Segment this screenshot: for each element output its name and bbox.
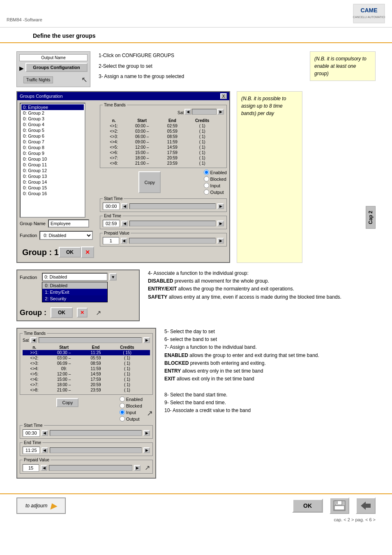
list-item[interactable]: 0: Group 10 xyxy=(21,156,84,162)
dialog-titlebar: Groups Configuration X xyxy=(17,92,229,100)
ok-big-button[interactable]: OK xyxy=(292,499,323,513)
sat2-scroll-track xyxy=(39,337,142,343)
blocked2-radio-label[interactable]: Blocked xyxy=(120,403,143,408)
table-row[interactable]: <>2:03:00 –05:59( 1) xyxy=(23,355,150,361)
output2-radio[interactable] xyxy=(120,416,125,421)
enabled-radio[interactable] xyxy=(204,170,209,175)
list-item[interactable]: 0: Group 9 xyxy=(21,150,84,156)
blocked-radio-label[interactable]: Blocked xyxy=(204,176,227,182)
config-groups-button[interactable]: Groups Configuration xyxy=(25,63,88,72)
config-screenshot: Output Name ▶ Groups Configuration Traff… xyxy=(16,51,90,87)
copy-button[interactable]: Copy xyxy=(138,171,161,193)
prepaid2-dec[interactable]: ◀ xyxy=(41,465,47,471)
group-name-input[interactable] xyxy=(48,219,89,228)
group-name-label: Group Name xyxy=(20,221,46,226)
list-item[interactable]: 0: Group 16 xyxy=(21,191,84,196)
list-item[interactable]: 0: Group 11 xyxy=(21,162,84,168)
list-item[interactable]: 0: Group 15 xyxy=(21,185,84,191)
group-list[interactable]: 0: Employee 0: Group 2 0: Group 3 0: Gro… xyxy=(20,103,85,218)
dropdown-item-entryexit[interactable]: 1: Entry/Exit xyxy=(42,289,107,295)
table-row[interactable]: <>5: 12:00 – 14:59 ( 1) xyxy=(103,145,224,150)
prepaid-dec[interactable]: ◀ xyxy=(121,238,127,244)
function-select[interactable]: 0: Disabled 1: Entry/Exit 2: Security xyxy=(39,231,93,240)
group-footer2: Group : OK ✕ ↗ xyxy=(20,307,136,318)
row-end: 02:59 xyxy=(159,123,186,129)
adjourn-button[interactable]: to adjourn ▶ xyxy=(16,497,66,514)
start-time2-inc[interactable]: ▶ xyxy=(143,430,150,436)
table-row[interactable]: <>1: 00:00 – 02:59 ( 1) xyxy=(103,123,224,129)
step8-text: 8- Select the band start time. xyxy=(164,391,376,399)
output-radio-label[interactable]: Output xyxy=(204,189,227,195)
cancel-button2[interactable]: ✕ xyxy=(77,308,88,318)
table-row[interactable]: <>8:21:00 –23:59( 1) xyxy=(23,387,150,393)
end-time2-inc[interactable]: ▶ xyxy=(143,447,150,453)
dropdown-item-disabled[interactable]: 0: Disabled xyxy=(42,282,107,289)
table-row[interactable]: <>7: 18:00 – 20:59 ( 1) xyxy=(103,155,224,161)
enabled2-radio[interactable] xyxy=(120,396,125,402)
prepaid-inc[interactable]: ▶ xyxy=(217,238,224,244)
back-icon[interactable] xyxy=(356,497,376,514)
end-time2-dec[interactable]: ◀ xyxy=(42,447,48,453)
function-dropdown-display[interactable]: 0: Disabled xyxy=(42,273,108,281)
list-item[interactable]: 0: Employee xyxy=(21,104,84,110)
sat-scroll-bar: ◀ ▶ xyxy=(184,109,224,115)
save-icon[interactable] xyxy=(330,497,349,514)
table-row[interactable]: <>8: 21:00 – 23:59 ( 1) xyxy=(103,161,224,166)
ok-button2[interactable]: OK xyxy=(51,307,73,318)
output2-radio-label[interactable]: Output xyxy=(120,416,143,421)
list-item[interactable]: 0: Group 5 xyxy=(21,127,84,133)
list-item[interactable]: 0: Group 13 xyxy=(21,173,84,179)
dropdown-item-security[interactable]: 2: Security xyxy=(42,295,107,302)
svg-rect-6 xyxy=(336,501,338,504)
copy-button2[interactable]: Copy xyxy=(56,398,78,407)
row-credits: ( 1) xyxy=(186,161,219,166)
bottom-right: OK xyxy=(292,497,376,514)
input2-radio-label[interactable]: Input xyxy=(120,410,143,415)
enabled-radio-label[interactable]: Enabled xyxy=(204,170,227,175)
end-time-dec[interactable]: ◀ xyxy=(121,221,128,226)
sat-scroll-left[interactable]: ◀ xyxy=(184,109,191,115)
list-item[interactable]: 0: Group 7 xyxy=(21,139,84,145)
table-row[interactable]: <>7:18:00 –20:59( 1) xyxy=(23,382,150,387)
input-radio-label[interactable]: Input xyxy=(204,183,227,188)
list-item[interactable]: 0: Group 12 xyxy=(21,168,84,173)
start-time-dec[interactable]: ◀ xyxy=(121,203,128,209)
dropdown-arrow-button[interactable]: ▼ xyxy=(109,273,117,281)
end-time-inc[interactable]: ▶ xyxy=(217,221,224,226)
table-row[interactable]: <>4: 09:00 – 11:59 ( 1) xyxy=(103,139,224,145)
blocked-radio[interactable] xyxy=(204,176,209,182)
traffic-nights-button[interactable]: Traffic Nights xyxy=(23,76,53,83)
sat-scroll-right[interactable]: ▶ xyxy=(217,109,224,115)
table-row[interactable]: <>6: 15:00 – 17:59 ( 1) xyxy=(103,150,224,155)
time-bands-legend2: Time Bands xyxy=(23,331,47,336)
list-item[interactable]: 0: Group 2 xyxy=(21,110,84,116)
cancel-button[interactable]: ✕ xyxy=(81,246,94,258)
col-start: Start xyxy=(125,118,159,123)
end-time-fieldset: End Time 02:59 ◀ ▶ xyxy=(100,214,227,229)
table-row[interactable]: >>1: 00:30 – 11:25 ( 15) xyxy=(23,350,150,355)
dialog-close-button[interactable]: X xyxy=(220,93,227,99)
sat2-scroll-left[interactable]: ◀ xyxy=(30,337,37,343)
sat2-scroll-right[interactable]: ▶ xyxy=(143,337,150,343)
table-row[interactable]: <>3: 06:00 – 08:59 ( 1) xyxy=(103,134,224,139)
list-item[interactable]: 0: Group 14 xyxy=(21,179,84,185)
enabled2-radio-label[interactable]: Enabled xyxy=(120,396,143,402)
table-row[interactable]: <>4:09:11:59( 1) xyxy=(23,366,150,371)
list-item[interactable]: 0: Group 8 xyxy=(21,145,84,150)
table-row[interactable]: <>2: 03:00 – 05:59 ( 1) xyxy=(103,129,224,134)
list-item[interactable]: 0: Group 4 xyxy=(21,122,84,127)
table-row[interactable]: <>6:15:00 –17:59( 1) xyxy=(23,377,150,382)
prepaid2-inc[interactable]: ▶ xyxy=(134,465,141,471)
blocked2-radio[interactable] xyxy=(120,403,125,408)
ok-button[interactable]: OK xyxy=(59,247,81,258)
table-row[interactable]: <>3:06:09 –08:59( 1) xyxy=(23,361,150,366)
output-radio[interactable] xyxy=(204,189,209,195)
list-item[interactable]: 0: Group 3 xyxy=(21,116,84,122)
start-time-inc[interactable]: ▶ xyxy=(217,203,224,209)
input-radio[interactable] xyxy=(204,183,209,188)
list-item[interactable]: 0: Group 6 xyxy=(21,133,84,139)
input2-radio[interactable] xyxy=(120,410,125,415)
svg-rect-7 xyxy=(334,506,344,510)
table-row[interactable]: <>5:12:00 –14:59( 1) xyxy=(23,371,150,377)
start-time2-dec[interactable]: ◀ xyxy=(42,430,48,436)
